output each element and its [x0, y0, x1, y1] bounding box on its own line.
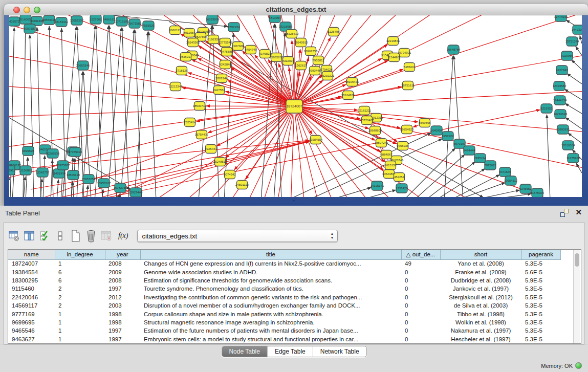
graph-node-label: 8454749	[245, 48, 257, 51]
graph-node-label: 12342757	[36, 171, 50, 174]
graph-edge[interactable]	[294, 106, 582, 197]
table-cell: 2009	[105, 268, 140, 276]
graph-edge[interactable]	[26, 157, 28, 197]
network-canvas[interactable]: 2405572425160650306914062055303516153311…	[9, 15, 582, 197]
graph-edge[interactable]	[24, 15, 294, 106]
table-cell: 5.3E-5	[521, 326, 560, 335]
table-options-icon[interactable]	[8, 229, 21, 243]
compact-columns-icon[interactable]	[54, 229, 67, 243]
graph-edge[interactable]	[24, 177, 25, 197]
table-vertical-scrollbar[interactable]	[573, 250, 580, 344]
graph-edge[interactable]	[294, 72, 582, 106]
graph-edge[interactable]	[294, 106, 582, 197]
table-cell: 5.3E-5	[521, 259, 560, 268]
graph-node-label: 9074342	[224, 173, 236, 176]
graph-edge[interactable]	[49, 26, 53, 197]
memory-status-label: Memory: OK	[541, 363, 573, 369]
new-table-icon[interactable]	[69, 229, 82, 243]
graph-node-label: 1615132	[384, 164, 397, 167]
float-panel-icon[interactable]	[560, 209, 569, 217]
show-columns-icon[interactable]	[23, 229, 36, 243]
graph-edge[interactable]	[135, 30, 142, 197]
graph-edge[interactable]	[444, 56, 453, 197]
select-rows-icon[interactable]	[38, 229, 52, 243]
graph-edge[interactable]	[565, 103, 582, 114]
tab-node-table[interactable]: Node Table	[222, 346, 267, 357]
graph-edge[interactable]	[328, 187, 372, 197]
graph-edge[interactable]	[294, 106, 582, 197]
table-cell: Corpus callosum shape and size in male p…	[140, 310, 401, 318]
graph-node-label: 9990448	[309, 69, 321, 72]
table-cell: 9699695	[8, 318, 55, 326]
table-row[interactable]: 969969511998Structural magnetic resonanc…	[8, 318, 560, 326]
graph-edge[interactable]	[206, 106, 294, 106]
table-cell: 9777169	[8, 310, 55, 318]
table-cell: 2008	[105, 259, 140, 268]
graph-edge[interactable]	[294, 106, 582, 197]
graph-edge[interactable]	[198, 58, 294, 106]
graph-edge[interactable]	[225, 106, 294, 158]
graph-node-label: 16671585	[128, 22, 142, 25]
column-header-pagerank[interactable]: pagerank	[521, 250, 560, 259]
table-cell: Disruption of a novel member of a sodium…	[140, 301, 401, 310]
graph-edge[interactable]	[287, 133, 431, 197]
table-cell: 9115460	[8, 285, 55, 293]
graph-node-label: 16210221	[321, 74, 335, 77]
graph-edge[interactable]	[567, 74, 582, 84]
graph-edge[interactable]	[547, 115, 550, 197]
graph-edge[interactable]	[110, 26, 117, 197]
graph-node-label: 16033809	[206, 18, 220, 21]
table-cell: 5.3E-5	[521, 285, 560, 293]
table-row[interactable]: 1872400712008Changes of HCN gene express…	[8, 259, 560, 268]
graph-node-label: 8699695	[419, 121, 431, 124]
column-header-out_de[interactable]: △ out_de...	[401, 250, 440, 259]
function-builder-icon[interactable]: f(x)	[118, 232, 128, 240]
table-cell: Investigating the contribution of common…	[140, 293, 401, 301]
table-row[interactable]: 911546021997Tourette syndrome. Phenomeno…	[8, 285, 560, 293]
graph-edge[interactable]	[576, 163, 582, 173]
tab-network-table[interactable]: Network Table	[313, 346, 366, 357]
delete-entries-icon[interactable]	[84, 229, 98, 243]
delete-table-icon[interactable]	[100, 229, 113, 243]
graph-edge[interactable]	[471, 190, 519, 197]
graph-edge[interactable]	[564, 89, 582, 100]
graph-edge[interactable]	[199, 26, 212, 197]
graph-edge[interactable]	[149, 32, 156, 197]
table-source-dropdown[interactable]: citations_edges.txt ▲▼	[137, 230, 338, 242]
table-row[interactable]: 946554611997Estimation of the future num…	[8, 326, 560, 335]
table-row[interactable]: 1830029562008Estimation of significance …	[8, 276, 560, 285]
column-header-short[interactable]: short	[440, 250, 521, 259]
graph-node-label: 9884067	[380, 153, 393, 156]
graph-node-label: 13505135	[67, 173, 80, 177]
graph-edge[interactable]	[51, 160, 52, 197]
table-cell: 18724007	[8, 259, 55, 268]
graph-edge[interactable]	[294, 106, 582, 197]
table-cell: 22420046	[8, 293, 55, 301]
panel-resize-grip[interactable]: ⌃	[290, 200, 298, 205]
scrollbar-thumb[interactable]	[575, 253, 579, 267]
graph-edge[interactable]	[576, 47, 582, 55]
graph-edge[interactable]	[51, 141, 309, 197]
memory-status-indicator[interactable]	[575, 362, 582, 369]
table-row[interactable]: 977716911998Corpus callosum shape and si…	[8, 310, 560, 318]
tab-edge-table[interactable]: Edge Table	[267, 346, 313, 357]
table-row[interactable]: 1938455462009Genome-wide association stu…	[8, 268, 560, 276]
graph-node-label: 16654923	[400, 128, 414, 131]
graph-edge[interactable]	[294, 106, 582, 197]
column-header-title[interactable]: title	[140, 250, 401, 259]
graph-node-label: 17957253	[82, 178, 96, 181]
network-window-titlebar[interactable]: citations_edges.txt	[4, 4, 588, 15]
graph-edge[interactable]	[57, 180, 58, 197]
column-header-name[interactable]: name	[8, 250, 55, 259]
graph-edge[interactable]	[82, 26, 95, 197]
table-cell: 6	[55, 276, 105, 285]
close-panel-icon[interactable]: ✕	[575, 208, 582, 217]
column-header-year[interactable]: year	[105, 250, 140, 259]
table-row[interactable]: 2242004622012Investigating the contribut…	[8, 293, 560, 301]
table-row[interactable]: 1456911722003Disruption of a novel membe…	[8, 301, 560, 310]
column-header-in_degree[interactable]: in_degree	[55, 250, 105, 259]
table-row[interactable]: 946362711997Embryonic stem cells: a mode…	[8, 335, 560, 343]
graph-edge[interactable]	[572, 60, 582, 70]
graph-edge[interactable]	[294, 106, 582, 197]
graph-edge[interactable]	[580, 36, 582, 43]
